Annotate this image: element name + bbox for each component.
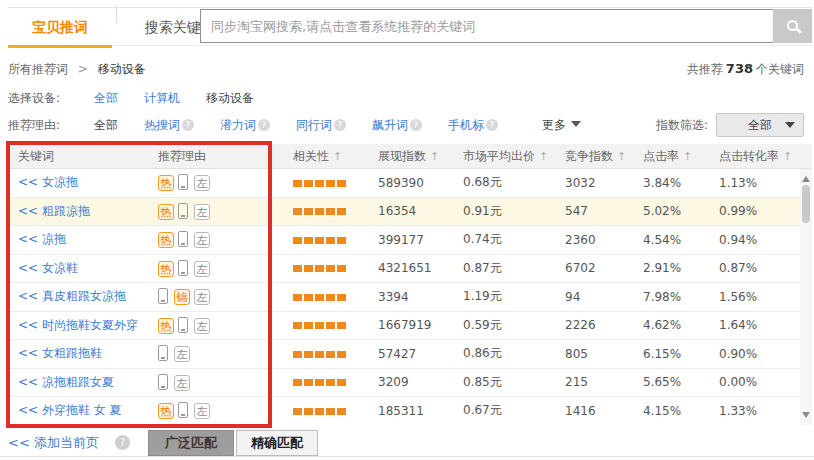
filter-option[interactable]: 全部 (94, 118, 118, 132)
chevron-down-icon (571, 121, 581, 132)
column-header[interactable]: 相关性↑ (293, 148, 378, 165)
sort-arrow-icon[interactable]: ↑ (617, 150, 626, 163)
keyword-link[interactable]: << 时尚拖鞋女夏外穿 (18, 318, 138, 332)
exact-match-button[interactable]: 精确匹配 (236, 430, 318, 456)
relevance-bar-segment (293, 379, 302, 386)
breadcrumb-row: 所有推荐词 > 移动设备 共推荐738个关键词 (8, 58, 804, 80)
sort-arrow-icon[interactable]: ↑ (783, 150, 792, 163)
more-button[interactable]: 更多 (542, 117, 581, 134)
table-row: << 凉拖 热左 399177 0.74元 2360 4.54% 0.94% (8, 226, 812, 255)
cell-ctr: 4.54% (643, 233, 719, 247)
hot-badge: 热 (158, 175, 174, 191)
search-input[interactable] (200, 9, 775, 43)
column-header[interactable]: 点击率↑ (643, 148, 719, 165)
cell-cvr: 1.13% (719, 176, 812, 190)
keyword-link[interactable]: << 女粗跟拖鞋 (18, 346, 102, 360)
keyword-link[interactable]: << 女凉拖 (18, 175, 78, 189)
scroll-down-icon[interactable] (802, 412, 810, 422)
hot-badge: 热 (158, 261, 174, 277)
sort-arrow-icon[interactable]: ↑ (539, 150, 548, 163)
cell-competition: 805 (565, 347, 643, 361)
column-header[interactable]: 市场平均出价↑ (463, 148, 565, 165)
hot-badge: 热 (158, 232, 174, 248)
relevance-bar-segment (315, 237, 324, 244)
relevance-bar-segment (337, 237, 346, 244)
help-icon[interactable]: ? (258, 119, 270, 131)
cell-competition: 215 (565, 375, 643, 389)
help-icon[interactable]: ? (115, 435, 130, 450)
relevance-bar-segment (337, 180, 346, 187)
filter-option[interactable]: 计算机 (144, 91, 180, 105)
keyword-link[interactable]: << 凉拖粗跟女夏 (18, 375, 114, 389)
index-filter-select[interactable]: 全部 (716, 113, 804, 137)
relevance-bar-segment (304, 208, 313, 215)
sort-arrow-icon[interactable]: ↑ (430, 150, 439, 163)
search-button[interactable] (773, 9, 812, 43)
badge-group: 热左 (158, 231, 293, 248)
cell-competition: 547 (565, 204, 643, 218)
filter-option[interactable]: 潜力词? (220, 118, 270, 132)
filter-option[interactable]: 热搜词? (144, 118, 194, 132)
scroll-up-icon[interactable] (802, 172, 810, 182)
badge-group: 热左 (158, 402, 293, 419)
badge-group: 热左 (158, 317, 293, 334)
keyword-link[interactable]: << 粗跟凉拖 (18, 204, 90, 218)
tab-item-recommend[interactable]: 宝贝推词 (8, 8, 112, 46)
cell-ctr: 5.02% (643, 204, 719, 218)
cell-cvr: 0.94% (719, 233, 812, 247)
cell-competition: 94 (565, 290, 643, 304)
relevance-bar-segment (315, 322, 324, 329)
table-scrollbar[interactable] (800, 169, 812, 425)
filter-option[interactable]: 飙升词? (372, 118, 422, 132)
help-icon[interactable]: ? (410, 119, 422, 131)
relevance-bar-segment (337, 408, 346, 415)
relevance-bar-segment (326, 351, 335, 358)
sort-arrow-icon[interactable]: ↑ (333, 150, 342, 163)
left-badge: 左 (194, 204, 210, 220)
sort-arrow-icon[interactable]: ↑ (683, 150, 692, 163)
keyword-link[interactable]: << 外穿拖鞋 女 夏 (18, 403, 122, 417)
cell-impressions: 4321651 (378, 261, 463, 275)
column-header[interactable]: 点击转化率↑ (719, 148, 812, 165)
cell-avg-price: 0.87元 (463, 260, 565, 277)
cell-impressions: 185311 (378, 404, 463, 418)
add-current-page-link[interactable]: << 添加当前页 (8, 434, 99, 452)
table-row: << 女凉鞋 热左 4321651 0.87元 6702 2.91% 0.87% (8, 255, 812, 284)
breadcrumb-root[interactable]: 所有推荐词 (8, 62, 68, 76)
phone-icon (178, 174, 188, 190)
relevance-bar-segment (293, 265, 302, 272)
column-header[interactable]: 竞争指数↑ (565, 148, 643, 165)
relevance-bars (293, 261, 378, 275)
keyword-link[interactable]: << 真皮粗跟女凉拖 (18, 289, 126, 303)
cell-ctr: 2.91% (643, 261, 719, 275)
keyword-link[interactable]: << 女凉鞋 (18, 261, 78, 275)
help-icon[interactable]: ? (334, 119, 346, 131)
column-header: 推荐理由 (158, 148, 293, 165)
summary-count: 738 (726, 61, 753, 76)
table-body: << 女凉拖 热左 589390 0.68元 3032 3.84% 1.13% … (8, 169, 812, 425)
help-icon[interactable]: ? (486, 119, 498, 131)
left-badge: 左 (174, 346, 190, 362)
column-header: 关键词 (8, 148, 158, 165)
cell-cvr: 0.87% (719, 261, 812, 275)
relevance-bar-segment (326, 265, 335, 272)
filter-option[interactable]: 移动设备 (206, 91, 254, 105)
relevance-bar-segment (326, 294, 335, 301)
keyword-link[interactable]: << 凉拖 (18, 232, 66, 246)
bottom-divider (0, 456, 814, 457)
cell-ctr: 3.84% (643, 176, 719, 190)
keyword-table: 关键词推荐理由相关性↑展现指数↑市场平均出价↑竞争指数↑点击率↑点击转化率↑ <… (8, 144, 812, 425)
filter-option[interactable]: 全部 (94, 91, 118, 105)
help-icon[interactable]: ? (182, 119, 194, 131)
scrollbar-thumb[interactable] (802, 185, 810, 223)
broad-match-button[interactable]: 广泛匹配 (148, 430, 234, 456)
cell-competition: 6702 (565, 261, 643, 275)
cell-impressions: 1667919 (378, 318, 463, 332)
left-badge: 左 (174, 375, 190, 391)
table-row: << 凉拖粗跟女夏 左 3209 0.85元 215 5.65% 0.00% (8, 369, 812, 398)
filter-option[interactable]: 手机标? (448, 118, 498, 132)
filter-option[interactable]: 同行词? (296, 118, 346, 132)
relevance-bars (293, 176, 378, 190)
column-header[interactable]: 展现指数↑ (378, 148, 463, 165)
cell-competition: 2360 (565, 233, 643, 247)
